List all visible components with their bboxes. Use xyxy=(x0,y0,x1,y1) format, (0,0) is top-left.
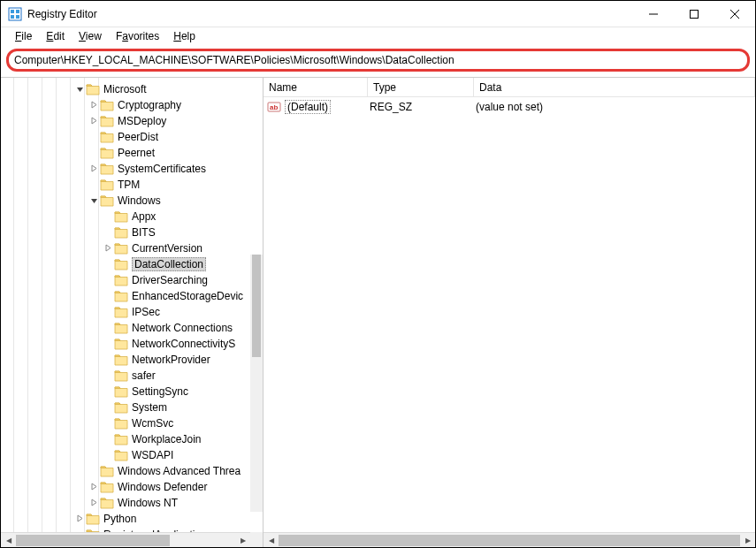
tree-node[interactable]: DataCollection xyxy=(1,256,263,272)
tree-node[interactable]: Python xyxy=(1,511,263,527)
tree-node-label: Windows NT xyxy=(118,497,178,509)
tree-node[interactable]: Windows Advanced Threa xyxy=(1,463,263,479)
close-button[interactable] xyxy=(714,1,755,27)
tree-node[interactable]: safer xyxy=(1,368,263,384)
folder-icon xyxy=(114,401,128,414)
tree-node-label: WSDAPI xyxy=(132,449,173,461)
tree-node[interactable]: SettingSync xyxy=(1,384,263,400)
tree-node[interactable]: MSDeploy xyxy=(1,113,263,129)
scroll-right-icon[interactable]: ▶ xyxy=(235,533,250,548)
tree-node[interactable]: Cryptography xyxy=(1,97,263,113)
folder-icon xyxy=(114,417,128,430)
scroll-right-icon[interactable]: ▶ xyxy=(740,533,755,548)
list-header: Name Type Data xyxy=(263,78,755,97)
tree-node-label: Windows Advanced Threa xyxy=(118,465,241,477)
chevron-right-icon[interactable] xyxy=(102,244,114,254)
tree-node-label: Microsoft xyxy=(103,83,147,95)
column-header-name[interactable]: Name xyxy=(263,78,368,96)
tree-node[interactable]: TPM xyxy=(1,177,263,193)
chevron-down-icon[interactable] xyxy=(73,85,86,95)
tree[interactable]: MicrosoftCryptographyMSDeployPeerDistPee… xyxy=(1,78,263,546)
tree-node[interactable]: Windows xyxy=(1,193,263,209)
list-horizontal-scrollbar[interactable]: ◀ ▶ xyxy=(263,532,755,547)
addressbar-highlight: Computer\HKEY_LOCAL_MACHINE\SOFTWARE\Pol… xyxy=(1,45,755,77)
tree-node-label: Windows Defender xyxy=(118,481,207,493)
minimize-button[interactable] xyxy=(633,1,674,27)
column-header-type[interactable]: Type xyxy=(368,78,474,96)
tree-node[interactable]: Microsoft xyxy=(1,81,263,97)
menu-favorites[interactable]: Favorites xyxy=(109,28,166,44)
tree-node[interactable]: IPSec xyxy=(1,304,263,320)
menu-file[interactable]: File xyxy=(8,28,39,44)
menubar: File Edit View Favorites Help xyxy=(1,27,755,45)
tree-node[interactable]: Network Connections xyxy=(1,320,263,336)
folder-icon xyxy=(100,147,114,159)
folder-icon xyxy=(114,449,128,461)
scrollbar-thumb[interactable] xyxy=(279,535,740,546)
folder-icon xyxy=(114,274,128,286)
folder-icon xyxy=(86,83,100,95)
app-icon xyxy=(8,7,22,21)
list-row[interactable]: ab (Default) REG_SZ (value not set) xyxy=(267,99,752,115)
addressbar[interactable]: Computer\HKEY_LOCAL_MACHINE\SOFTWARE\Pol… xyxy=(6,49,750,72)
tree-node[interactable]: DriverSearching xyxy=(1,272,263,288)
folder-icon xyxy=(100,481,114,493)
tree-node-label: Python xyxy=(103,513,136,525)
tree-node[interactable]: Peernet xyxy=(1,145,263,161)
svg-text:ab: ab xyxy=(270,103,278,111)
folder-icon xyxy=(114,369,128,382)
tree-horizontal-scrollbar[interactable]: ◀ ▶ xyxy=(1,532,250,547)
menu-help[interactable]: Help xyxy=(166,28,202,44)
svg-rect-2 xyxy=(16,10,19,13)
scroll-left-icon[interactable]: ◀ xyxy=(263,533,279,548)
tree-node[interactable]: PeerDist xyxy=(1,129,263,145)
folder-icon xyxy=(114,354,128,366)
tree-node[interactable]: WorkplaceJoin xyxy=(1,431,263,447)
chevron-down-icon[interactable] xyxy=(88,196,100,206)
tree-node[interactable]: Windows Defender xyxy=(1,479,263,495)
column-header-data[interactable]: Data xyxy=(474,78,755,96)
row-data: (value not set) xyxy=(474,101,752,113)
folder-icon xyxy=(100,99,114,111)
folder-icon xyxy=(114,338,128,350)
tree-node-label: System xyxy=(132,401,167,414)
tree-node-label: WorkplaceJoin xyxy=(132,433,201,445)
scroll-left-icon[interactable]: ◀ xyxy=(1,533,16,548)
tree-node-label: SystemCertificates xyxy=(118,163,206,175)
scrollbar-corner xyxy=(250,532,263,547)
row-type: REG_SZ xyxy=(368,101,474,113)
tree-node[interactable]: WcmSvc xyxy=(1,415,263,431)
tree-node[interactable]: NetworkProvider xyxy=(1,352,263,368)
tree-node[interactable]: WSDAPI xyxy=(1,447,263,463)
svg-rect-4 xyxy=(16,15,19,19)
scrollbar-thumb[interactable] xyxy=(252,255,261,357)
tree-node[interactable]: EnhancedStorageDevic xyxy=(1,288,263,304)
tree-node[interactable]: CurrentVersion xyxy=(1,240,263,256)
tree-node[interactable]: Windows NT xyxy=(1,495,263,511)
maximize-button[interactable] xyxy=(674,1,714,27)
folder-icon xyxy=(114,210,128,223)
tree-node-label: BITS xyxy=(132,226,156,239)
folder-icon xyxy=(100,131,114,143)
window-title: Registry Editor xyxy=(27,8,633,20)
tree-node[interactable]: SystemCertificates xyxy=(1,161,263,177)
tree-node[interactable]: NetworkConnectivityS xyxy=(1,336,263,352)
tree-node-label: PeerDist xyxy=(118,131,158,143)
list-body[interactable]: ab (Default) REG_SZ (value not set) xyxy=(263,97,755,532)
scrollbar-thumb[interactable] xyxy=(16,535,170,546)
tree-node-label: MSDeploy xyxy=(118,115,166,127)
tree-node[interactable]: System xyxy=(1,400,263,415)
tree-node[interactable]: BITS xyxy=(1,225,263,240)
folder-icon xyxy=(100,163,114,175)
svg-rect-3 xyxy=(11,15,14,19)
tree-node-label: SettingSync xyxy=(132,385,188,398)
folder-icon xyxy=(114,433,128,445)
tree-vertical-scrollbar[interactable] xyxy=(250,255,263,512)
tree-node[interactable]: Appx xyxy=(1,209,263,225)
menu-edit[interactable]: Edit xyxy=(39,28,72,44)
tree-node-label: CurrentVersion xyxy=(132,242,202,255)
tree-node-label: IPSec xyxy=(132,306,160,318)
tree-node-label: TPM xyxy=(118,179,140,191)
tree-node-label: Cryptography xyxy=(118,99,181,111)
menu-view[interactable]: View xyxy=(72,28,109,44)
